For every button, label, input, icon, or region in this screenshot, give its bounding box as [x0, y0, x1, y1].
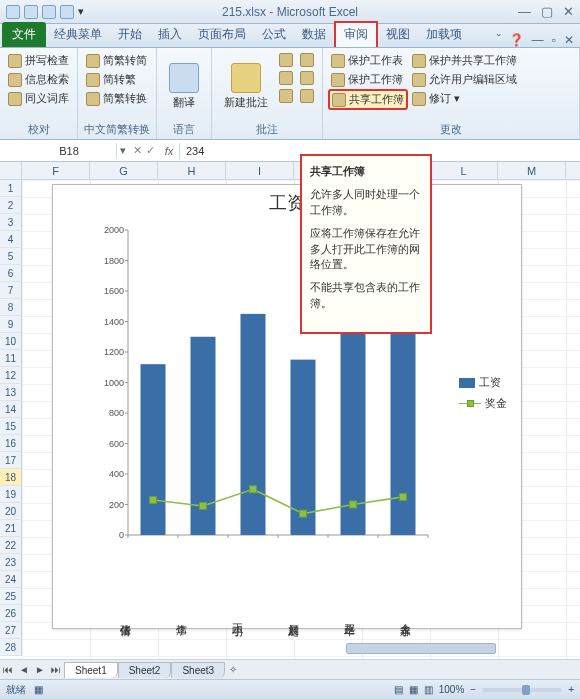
row-header[interactable]: 22 — [0, 537, 22, 554]
zoom-in-button[interactable]: + — [568, 684, 574, 695]
view-normal-icon[interactable]: ▤ — [394, 684, 403, 695]
undo-icon[interactable] — [42, 5, 56, 19]
row-header[interactable]: 17 — [0, 452, 22, 469]
protect-sheet-button[interactable]: 保护工作表 — [329, 52, 407, 69]
col-header[interactable]: I — [226, 162, 294, 179]
sheet-tab-3[interactable]: Sheet3 — [171, 662, 225, 678]
sheet-tab-2[interactable]: Sheet2 — [118, 662, 172, 678]
row-header[interactable]: 15 — [0, 418, 22, 435]
row-header[interactable]: 16 — [0, 435, 22, 452]
tab-classic[interactable]: 经典菜单 — [46, 22, 110, 47]
save-icon[interactable] — [24, 5, 38, 19]
protect-share-button[interactable]: 保护并共享工作簿 — [410, 52, 519, 69]
tab-file[interactable]: 文件 — [2, 22, 46, 47]
row-header[interactable]: 8 — [0, 299, 22, 316]
accept-formula-icon[interactable]: ✓ — [146, 144, 155, 157]
embedded-chart[interactable]: 工资 0200400600800100012001400160018002000… — [52, 184, 522, 629]
next-comment-button[interactable] — [277, 70, 295, 86]
qat-dropdown-icon[interactable]: ▾ — [78, 5, 84, 18]
row-header[interactable]: 2 — [0, 197, 22, 214]
comment-extra2-button[interactable] — [298, 70, 316, 86]
tab-data[interactable]: 数据 — [294, 22, 334, 47]
thesaurus-button[interactable]: 同义词库 — [6, 90, 71, 107]
row-header[interactable]: 10 — [0, 333, 22, 350]
sheet-tab-1[interactable]: Sheet1 — [64, 662, 118, 678]
view-pagelayout-icon[interactable]: ▦ — [409, 684, 418, 695]
prev-comment-button[interactable] — [277, 52, 295, 68]
translate-button[interactable]: 翻译 — [163, 52, 205, 120]
row-header[interactable]: 25 — [0, 588, 22, 605]
sheet-nav-next[interactable]: ► — [32, 664, 48, 675]
horizontal-scrollbar[interactable] — [340, 639, 580, 659]
tab-view[interactable]: 视图 — [378, 22, 418, 47]
row-header[interactable]: 13 — [0, 384, 22, 401]
col-header[interactable]: M — [498, 162, 566, 179]
tab-formulas[interactable]: 公式 — [254, 22, 294, 47]
sheet-nav-first[interactable]: ⏮ — [0, 664, 16, 675]
t2s-button[interactable]: 简繁转简 — [84, 52, 149, 69]
row-header[interactable]: 14 — [0, 401, 22, 418]
row-header[interactable]: 6 — [0, 265, 22, 282]
zoom-out-button[interactable]: − — [470, 684, 476, 695]
close-button[interactable]: ✕ — [563, 4, 574, 19]
tab-addins[interactable]: 加载项 — [418, 22, 470, 47]
select-all-corner[interactable] — [0, 162, 22, 179]
research-button[interactable]: 信息检索 — [6, 71, 71, 88]
comment-extra3-button[interactable] — [298, 88, 316, 104]
doc-close-icon[interactable]: ✕ — [564, 33, 574, 47]
row-header[interactable]: 27 — [0, 622, 22, 639]
spellcheck-button[interactable]: 拼写检查 — [6, 52, 71, 69]
namebox-dropdown-icon[interactable]: ▾ — [117, 144, 129, 157]
minimize-button[interactable]: — — [518, 4, 531, 19]
ribbon-minimize-icon[interactable]: ˇ — [497, 33, 501, 47]
row-header[interactable]: 3 — [0, 214, 22, 231]
tab-review[interactable]: 审阅 — [334, 21, 378, 47]
zoom-slider[interactable] — [482, 688, 562, 692]
maximize-button[interactable]: ▢ — [541, 4, 553, 19]
svg-rect-42 — [400, 493, 407, 500]
sheet-nav-last[interactable]: ⏭ — [48, 664, 64, 675]
share-workbook-button[interactable]: 共享工作簿 — [329, 90, 407, 109]
col-header[interactable]: H — [158, 162, 226, 179]
sheet-nav-prev[interactable]: ◄ — [16, 664, 32, 675]
row-header[interactable]: 24 — [0, 571, 22, 588]
tab-layout[interactable]: 页面布局 — [190, 22, 254, 47]
cancel-formula-icon[interactable]: ✕ — [133, 144, 142, 157]
new-sheet-button[interactable]: ✧ — [225, 664, 241, 675]
row-header[interactable]: 9 — [0, 316, 22, 333]
row-header[interactable]: 18 — [0, 469, 22, 486]
row-header[interactable]: 7 — [0, 282, 22, 299]
col-header[interactable]: F — [22, 162, 90, 179]
track-changes-button[interactable]: 修订 ▾ — [410, 90, 519, 107]
fx-icon[interactable]: fx — [159, 145, 179, 157]
tab-insert[interactable]: 插入 — [150, 22, 190, 47]
doc-restore-icon[interactable]: ▫ — [552, 33, 556, 47]
row-header[interactable]: 26 — [0, 605, 22, 622]
row-header[interactable]: 11 — [0, 350, 22, 367]
redo-icon[interactable] — [60, 5, 74, 19]
row-header[interactable]: 21 — [0, 520, 22, 537]
row-header[interactable]: 4 — [0, 231, 22, 248]
doc-minimize-icon[interactable]: — — [532, 33, 544, 47]
col-header[interactable]: G — [90, 162, 158, 179]
view-pagebreak-icon[interactable]: ▥ — [424, 684, 433, 695]
tab-home[interactable]: 开始 — [110, 22, 150, 47]
comment-extra1-button[interactable] — [298, 52, 316, 68]
row-header[interactable]: 20 — [0, 503, 22, 520]
zoom-level[interactable]: 100% — [439, 684, 465, 695]
show-comments-button[interactable] — [277, 88, 295, 104]
row-header[interactable]: 19 — [0, 486, 22, 503]
row-header[interactable]: 1 — [0, 180, 22, 197]
col-header[interactable]: L — [430, 162, 498, 179]
new-comment-button[interactable]: 新建批注 — [218, 52, 274, 120]
row-header[interactable]: 28 — [0, 639, 22, 656]
protect-book-button[interactable]: 保护工作簿 — [329, 71, 407, 88]
row-header[interactable]: 12 — [0, 367, 22, 384]
s2t-button[interactable]: 简转繁 — [84, 71, 149, 88]
allow-edit-button[interactable]: 允许用户编辑区域 — [410, 71, 519, 88]
row-header[interactable]: 5 — [0, 248, 22, 265]
help-icon[interactable]: ❓ — [509, 33, 524, 47]
name-box[interactable]: B18 — [22, 143, 117, 159]
conv-button[interactable]: 简繁转换 — [84, 90, 149, 107]
row-header[interactable]: 23 — [0, 554, 22, 571]
